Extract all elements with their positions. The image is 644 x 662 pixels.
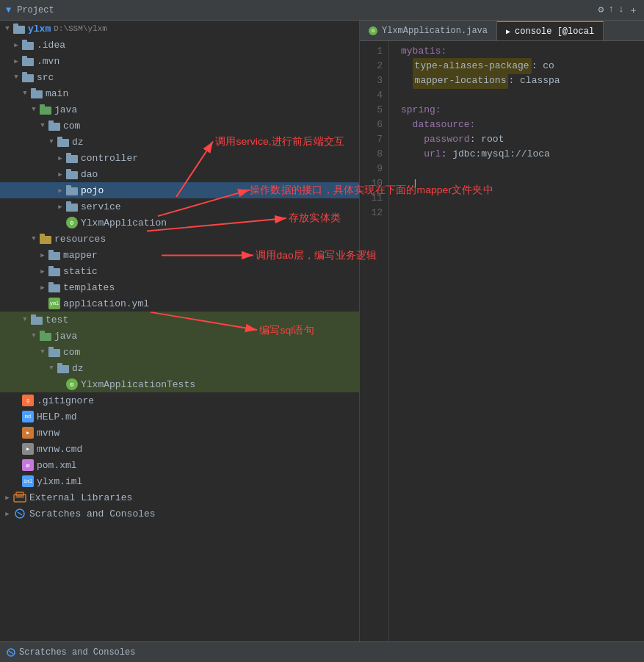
extlibs-icon xyxy=(13,492,26,503)
sidebar-item-test-dz[interactable]: dz xyxy=(0,360,359,376)
project-header: ▼ Project xyxy=(6,5,54,15)
test-java-label: java xyxy=(54,331,77,342)
code-line-1: mybatis: xyxy=(401,44,644,59)
code-indent xyxy=(401,132,424,147)
sidebar-item-test-java[interactable]: java xyxy=(0,328,359,344)
test-com-label: com xyxy=(63,347,80,358)
folder-icon-java xyxy=(40,104,51,115)
arrow-main xyxy=(21,89,29,98)
sidebar-item-mapper[interactable]: mapper xyxy=(0,247,359,263)
code-content[interactable]: mybatis: type-aliases-package : co mappe… xyxy=(389,41,644,641)
mvnw-label: mvnw xyxy=(37,428,59,439)
sidebar-item-src[interactable]: src xyxy=(0,69,359,85)
code-line-6: datasource: xyxy=(401,118,644,132)
sidebar-item-static[interactable]: static xyxy=(0,263,359,279)
sidebar-item-pomxml[interactable]: m pom.xml xyxy=(0,457,359,473)
svg-rect-37 xyxy=(48,347,54,350)
svg-rect-5 xyxy=(22,56,27,59)
editor-content: 1 2 3 4 5 6 7 8 9 10 11 12 mybatis: xyxy=(360,41,644,641)
main-area: ylxm D:\SSM\ylxm .idea .mvn xyxy=(0,21,644,641)
svg-rect-21 xyxy=(66,185,71,188)
ylxmapp-label: YlxmApplication xyxy=(81,217,167,229)
sidebar-item-appyml[interactable]: yml application.yml xyxy=(0,295,359,312)
sidebar-item-ylxm[interactable]: ylxm D:\SSM\ylxm xyxy=(0,21,359,37)
arrow-service xyxy=(56,202,65,211)
code-line-4 xyxy=(401,88,644,103)
sidebar-item-pojo[interactable]: pojo xyxy=(0,182,359,198)
folder-icon-templates xyxy=(48,282,60,292)
nav-up-icon[interactable]: ⚙ xyxy=(598,4,604,17)
sidebar-item-gitignore[interactable]: g .gitignore xyxy=(0,392,359,409)
folder-icon-test-com xyxy=(48,347,60,357)
sidebar-item-ylxmiml[interactable]: iml ylxm.iml xyxy=(0,473,359,489)
md-icon: md xyxy=(22,411,34,422)
cmd-icon: ▶ xyxy=(22,443,34,455)
sidebar-item-main[interactable]: main xyxy=(0,85,359,101)
editor-area: ⚙ YlxmApplication.java ▶ console [@local… xyxy=(360,21,644,641)
svg-rect-1 xyxy=(13,24,18,26)
bottom-bar: Scratches and Consoles xyxy=(0,641,644,662)
test-app-label: YlxmApplicationTests xyxy=(81,379,195,390)
extlibs-label: External Libraries xyxy=(29,492,132,503)
folder-icon-controller xyxy=(66,153,78,163)
tab-icon-console: ▶ xyxy=(506,27,510,36)
nav-gear-icon[interactable]: ↓ xyxy=(618,4,624,17)
svg-rect-17 xyxy=(66,153,71,156)
sidebar-item-mvn[interactable]: .mvn xyxy=(0,53,359,69)
folder-icon-src xyxy=(22,72,34,82)
dz-label: dz xyxy=(72,137,84,148)
arrow-idea xyxy=(12,40,21,49)
test-label: test xyxy=(46,314,68,325)
code-token: mybatis: xyxy=(401,44,446,59)
sidebar-item-controller[interactable]: controller xyxy=(0,150,359,166)
svg-rect-9 xyxy=(31,88,36,91)
yml-icon-appyml: yml xyxy=(48,298,60,309)
svg-rect-23 xyxy=(66,201,71,204)
sidebar-item-dz[interactable]: dz xyxy=(0,134,359,150)
line-numbers: 1 2 3 4 5 6 7 8 9 10 11 12 xyxy=(360,41,389,641)
svg-rect-18 xyxy=(66,171,78,179)
folder-icon-pojo xyxy=(66,185,78,195)
project-label[interactable]: Project xyxy=(17,5,54,15)
scratches-label: Scratches and Consoles xyxy=(29,508,156,519)
nav-down-icon[interactable]: ↑ xyxy=(608,4,614,17)
sidebar-item-scratches[interactable]: Scratches and Consoles xyxy=(0,506,359,522)
controller-label: controller xyxy=(81,153,138,164)
main-label: main xyxy=(46,88,68,99)
arrow-test xyxy=(21,315,29,324)
sidebar-item-templates[interactable]: templates xyxy=(0,279,359,295)
sidebar-item-mvnw[interactable]: ▶ mvnw xyxy=(0,425,359,441)
tab-label-ylxmapp: YlxmApplication.java xyxy=(382,26,488,36)
mvnwcmd-label: mvnw.cmd xyxy=(37,444,82,455)
tab-ylxmapp[interactable]: ⚙ YlxmApplication.java xyxy=(360,21,497,40)
sidebar-item-java[interactable]: java xyxy=(0,101,359,118)
sidebar-item-test-app[interactable]: ⚙ YlxmApplicationTests xyxy=(0,376,359,392)
code-key-url: url xyxy=(424,147,441,162)
sidebar-item-helpmd[interactable]: md HELP.md xyxy=(0,409,359,425)
folder-icon-main xyxy=(31,88,43,98)
arrow-resources xyxy=(29,234,38,243)
spring-icon-test-app: ⚙ xyxy=(66,378,78,390)
arrow-test-dz xyxy=(47,364,56,373)
sidebar-item-mvnwcmd[interactable]: ▶ mvnw.cmd xyxy=(0,441,359,457)
sidebar-item-dao[interactable]: dao xyxy=(0,166,359,182)
sidebar-item-ylxmapp[interactable]: ⚙ YlxmApplication xyxy=(0,215,359,231)
code-token-highlight2: mapper-locations xyxy=(413,73,509,89)
sidebar-item-idea[interactable]: .idea xyxy=(0,37,359,53)
svg-rect-11 xyxy=(40,104,45,107)
svg-rect-10 xyxy=(40,107,51,115)
sidebar-item-extlibs[interactable]: External Libraries xyxy=(0,489,359,506)
ylxm-name: ylxm xyxy=(28,24,51,35)
arrow-scratches xyxy=(3,509,12,518)
svg-rect-8 xyxy=(31,90,43,98)
svg-rect-4 xyxy=(22,58,34,66)
tab-console[interactable]: ▶ console [@local xyxy=(497,21,604,40)
sidebar-item-service[interactable]: service xyxy=(0,198,359,215)
svg-rect-22 xyxy=(66,204,78,212)
nav-plus-icon[interactable]: ＋ xyxy=(629,4,638,17)
code-token: : co xyxy=(532,59,554,73)
sidebar-item-test[interactable]: test xyxy=(0,312,359,328)
sidebar-item-test-com[interactable]: com xyxy=(0,344,359,360)
sidebar-item-resources[interactable]: resources xyxy=(0,231,359,247)
sidebar-item-com[interactable]: com xyxy=(0,118,359,134)
